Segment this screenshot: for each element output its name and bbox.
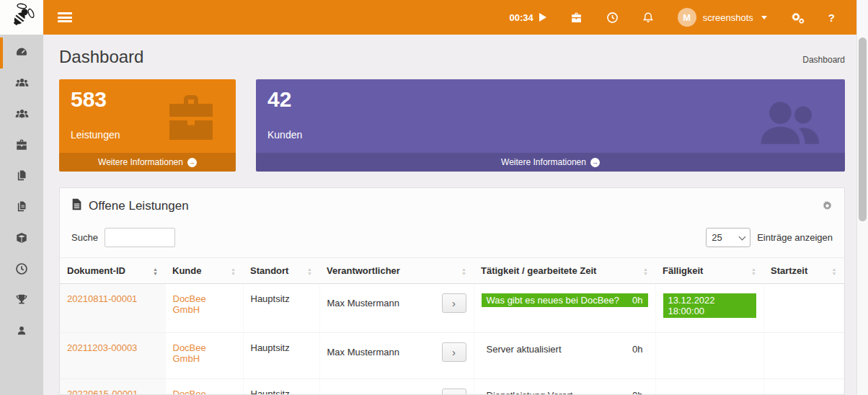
search-label: Suche	[71, 232, 98, 243]
sort-icon	[751, 267, 756, 275]
open-services-table: Dokument-ID Kunde Standort Verantwortlic…	[60, 257, 844, 395]
topbar: 00:34 M screenshots ?	[0, 0, 868, 35]
search-input[interactable]	[105, 228, 175, 247]
column-header-standort[interactable]: Standort	[243, 258, 319, 284]
column-header-faelligkeit[interactable]: Fälligkeit	[655, 258, 763, 284]
sidebar-item-team[interactable]	[0, 99, 43, 130]
sort-icon	[643, 267, 648, 275]
card-more-info-link[interactable]: Weitere Informationen →	[256, 153, 845, 172]
page-size-select[interactable]: 25	[706, 228, 750, 247]
user-icon	[16, 325, 27, 339]
briefcase-icon	[159, 89, 223, 147]
stat-card-leistungen[interactable]: 583 Leistungen Weitere Informationen →	[59, 79, 236, 172]
sidebar-item-contacts[interactable]	[0, 68, 43, 99]
open-services-panel: Offene Leistungen Suche 25 Einträge anze…	[59, 187, 845, 395]
entries-label: Einträge anzeigen	[757, 232, 833, 243]
app-logo[interactable]	[0, 0, 43, 35]
taetigkeit-cell: Server aktualisiert0h	[482, 342, 648, 356]
package-icon	[15, 231, 28, 247]
caret-down-icon	[761, 16, 767, 19]
more-info-label: Weitere Informationen	[501, 157, 586, 167]
document-id-link[interactable]: 20211203-00003	[67, 342, 137, 353]
verantwortlicher-cell: Max Mustermann	[327, 347, 399, 358]
timer-value: 00:34	[509, 12, 533, 23]
trophy-icon	[15, 293, 28, 309]
documents-alt-icon	[16, 200, 28, 216]
page-scrollbar[interactable]	[856, 0, 868, 395]
avatar[interactable]: M	[678, 8, 696, 27]
dashboard-gauge-icon	[15, 45, 28, 61]
bee-logo-icon	[9, 3, 35, 32]
column-header-dokument-id[interactable]: Dokument-ID	[60, 258, 165, 284]
page-size-value: 25	[712, 232, 722, 243]
row-expand-button[interactable]: ›	[442, 342, 466, 362]
account-menu[interactable]: M screenshots	[678, 8, 767, 27]
users-group-icon	[15, 107, 29, 123]
time-tracker[interactable]: 00:34	[509, 12, 546, 23]
kunde-link[interactable]: DocBee GmbH	[173, 342, 206, 364]
arrow-circle-right-icon: →	[187, 158, 197, 167]
table-row: 20210811-00001 DocBee GmbH Hauptsitz Max…	[60, 284, 844, 333]
document-id-link[interactable]: 20220615-00001	[67, 389, 138, 395]
cogs-icon[interactable]	[791, 12, 805, 24]
file-text-icon	[71, 198, 82, 213]
briefcase-icon	[15, 138, 28, 154]
standort-cell: Hauptsitz	[243, 379, 319, 395]
startzeit-cell	[763, 333, 844, 379]
sidebar-item-documents[interactable]	[0, 161, 43, 192]
arrow-circle-right-icon: →	[590, 158, 600, 167]
standort-cell: Hauptsitz	[243, 284, 319, 333]
kunde-link[interactable]: DocBee GmbH	[173, 293, 206, 315]
panel-title: Offene Leistungen	[89, 199, 189, 213]
standort-cell: Hauptsitz	[243, 333, 319, 379]
sort-icon	[461, 267, 466, 275]
due-date-badge: 13.12.2022 18:00:00	[663, 293, 756, 318]
taetigkeit-highlight: Was gibt es neues bei DocBee?0h	[482, 293, 648, 307]
sidebar-item-times[interactable]	[0, 254, 43, 285]
page-title: Dashboard	[59, 46, 143, 68]
faelligkeit-cell	[655, 333, 763, 379]
documents-icon	[16, 169, 28, 185]
chevron-down-icon	[739, 233, 746, 240]
account-name: screenshots	[703, 12, 753, 23]
bell-icon[interactable]	[642, 12, 654, 23]
briefcase-icon[interactable]	[570, 12, 583, 24]
sort-icon	[231, 267, 236, 275]
document-id-link[interactable]: 20210811-00001	[67, 293, 137, 304]
play-icon[interactable]	[539, 13, 546, 22]
table-row: 20220615-00001 DocBee GmbH Hauptsitz Max…	[60, 379, 844, 395]
breadcrumb[interactable]: Dashboard	[802, 55, 845, 68]
kunde-link[interactable]: DocBee GmbH	[173, 389, 206, 395]
sort-icon	[832, 267, 837, 275]
worked-time: 0h	[632, 295, 642, 306]
scrollbar-thumb[interactable]	[859, 37, 867, 221]
sidebar-item-services[interactable]	[0, 130, 43, 161]
sidebar-item-products[interactable]	[0, 223, 43, 254]
column-header-startzeit[interactable]: Startzeit	[763, 258, 844, 284]
main-content: Dashboard Dashboard 583 Leistungen Weite…	[43, 35, 856, 395]
help-button[interactable]: ?	[828, 12, 835, 24]
row-expand-button[interactable]: ›	[442, 389, 466, 395]
row-expand-button[interactable]: ›	[442, 293, 466, 313]
sidebar	[0, 35, 43, 395]
table-row: 20211203-00003 DocBee GmbH Hauptsitz Max…	[60, 333, 844, 379]
column-header-verantwortlicher[interactable]: Verantwortlicher	[319, 258, 474, 284]
sidebar-item-dashboard[interactable]	[0, 37, 43, 68]
worked-time: 0h	[632, 344, 642, 355]
hamburger-menu-icon[interactable]	[58, 12, 72, 22]
clock-icon[interactable]	[606, 12, 619, 24]
users-icon	[753, 95, 822, 151]
column-header-kunde[interactable]: Kunde	[165, 258, 243, 284]
sidebar-item-profile[interactable]	[0, 316, 43, 347]
verantwortlicher-cell: Max Mustermann	[327, 298, 399, 309]
startzeit-cell	[763, 284, 844, 333]
faelligkeit-cell	[655, 379, 763, 395]
column-header-taetigkeit[interactable]: Tätigkeit / gearbeitete Zeit	[474, 258, 655, 284]
sidebar-item-documents-alt[interactable]	[0, 192, 43, 223]
card-more-info-link[interactable]: Weitere Informationen →	[59, 153, 236, 172]
stat-card-kunden[interactable]: 42 Kunden Weitere Informationen →	[256, 79, 845, 172]
more-info-label: Weitere Informationen	[98, 157, 183, 167]
gear-icon[interactable]	[822, 200, 833, 211]
sort-icon	[153, 267, 158, 275]
sidebar-item-achievements[interactable]	[0, 285, 43, 316]
